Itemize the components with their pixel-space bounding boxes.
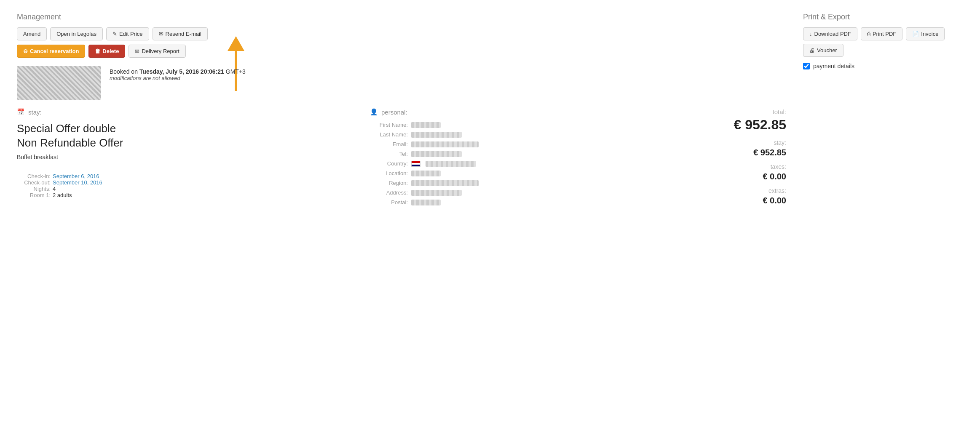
totals-section: total: € 952.85 stay: € 952.85 taxes: € …	[702, 108, 786, 211]
resend-email-button[interactable]: ✉ Resend E-mail	[153, 27, 208, 40]
extras-label: extras:	[702, 187, 786, 194]
person-icon: 👤	[370, 108, 378, 116]
flag-icon	[411, 161, 420, 167]
payment-details-row: payment details	[803, 63, 963, 69]
check-in-label: Check-in:	[17, 173, 51, 179]
management-buttons-row-2: ⊖ Cancel reservation 🗑 Delete ✉ Delivery…	[17, 45, 786, 58]
last-name-value	[411, 132, 462, 138]
booking-text: Booked on Tuesday, July 5, 2016 20:06:21…	[110, 66, 246, 81]
delete-button[interactable]: 🗑 Delete	[88, 45, 125, 58]
room-label: Room 1:	[17, 192, 51, 198]
amend-button[interactable]: Amend	[17, 27, 47, 40]
first-name-label: First Name:	[370, 122, 408, 128]
trash-icon: 🗑	[95, 48, 100, 54]
address-row: Address:	[370, 189, 702, 196]
stay-sub-label: stay:	[702, 139, 786, 146]
cancel-icon: ⊖	[23, 48, 28, 54]
management-title: Management	[17, 13, 786, 21]
postal-row: Postal:	[370, 199, 702, 205]
room-row: Room 1: 2 adults	[17, 192, 349, 198]
check-out-value: September 10, 2016	[53, 179, 102, 186]
calendar-icon: 📅	[17, 108, 25, 116]
location-label: Location:	[370, 170, 408, 176]
total-value: € 952.85	[702, 117, 786, 133]
management-section: Management Amend Open in Legolas ✎ Edit …	[17, 13, 786, 211]
payment-details-checkbox[interactable]	[803, 63, 810, 69]
tel-label: Tel:	[370, 151, 408, 157]
document-icon: 📄	[912, 31, 919, 37]
envelope-icon: ✉	[135, 48, 139, 54]
booking-thumbnail	[17, 66, 101, 100]
stay-section-label: 📅 stay:	[17, 108, 349, 116]
print-pdf-button[interactable]: ⎙ Print PDF	[861, 27, 902, 40]
last-name-row: Last Name:	[370, 131, 702, 138]
first-name-row: First Name:	[370, 122, 702, 128]
email-icon: ✉	[159, 31, 163, 37]
booking-modifications-note: modifications are not allowed	[110, 75, 246, 81]
address-value	[411, 190, 462, 196]
download-pdf-button[interactable]: ↓ Download PDF	[803, 27, 857, 40]
print-icon: ⎙	[867, 31, 870, 37]
address-label: Address:	[370, 189, 408, 196]
edit-price-button[interactable]: ✎ Edit Price	[106, 27, 149, 40]
delivery-report-button[interactable]: ✉ Delivery Report	[129, 45, 186, 58]
cancel-reservation-button[interactable]: ⊖ Cancel reservation	[17, 45, 85, 58]
payment-details-label[interactable]: payment details	[813, 63, 854, 69]
room-value: 2 adults	[53, 192, 72, 198]
room-name: Special Offer double Non Refundable Offe…	[17, 122, 349, 150]
check-in-value: September 6, 2016	[53, 173, 99, 179]
email-label: Email:	[370, 141, 408, 147]
tel-value	[411, 151, 462, 157]
last-name-label: Last Name:	[370, 131, 408, 138]
email-row: Email:	[370, 141, 702, 147]
meal-plan: Buffet breakfast	[17, 154, 349, 160]
taxes-value: € 0.00	[702, 172, 786, 181]
location-row: Location:	[370, 170, 702, 176]
stay-section: 📅 stay: Special Offer double Non Refunda…	[17, 108, 361, 211]
check-out-row: Check-out: September 10, 2016	[17, 179, 349, 186]
booking-info-row: Booked on Tuesday, July 5, 2016 20:06:21…	[17, 66, 786, 100]
check-in-row: Check-in: September 6, 2016	[17, 173, 349, 179]
taxes-label: taxes:	[702, 163, 786, 170]
content-area: 📅 stay: Special Offer double Non Refunda…	[17, 108, 786, 211]
check-out-label: Check-out:	[17, 179, 51, 186]
booking-date: Booked on Tuesday, July 5, 2016 20:06:21…	[110, 68, 246, 75]
edit-icon: ✎	[112, 31, 117, 37]
print-export-section: Print & Export ↓ Download PDF ⎙ Print PD…	[803, 13, 963, 211]
invoice-button[interactable]: 📄 Invoice	[906, 27, 945, 40]
country-label: Country:	[370, 160, 408, 167]
country-value	[426, 161, 476, 167]
open-in-legolas-button[interactable]: Open in Legolas	[50, 27, 103, 40]
region-label: Region:	[370, 180, 408, 186]
print-export-buttons: ↓ Download PDF ⎙ Print PDF 📄 Invoice 🖨 V…	[803, 27, 963, 57]
extras-value: € 0.00	[702, 196, 786, 205]
region-row: Region:	[370, 180, 702, 186]
postal-value	[411, 200, 441, 205]
nights-row: Nights: 4	[17, 186, 349, 192]
voucher-button[interactable]: 🖨 Voucher	[803, 44, 843, 57]
personal-section-label: 👤 personal:	[370, 108, 702, 116]
print-export-title: Print & Export	[803, 13, 963, 21]
stay-sub-value: € 952.85	[702, 148, 786, 157]
total-label: total:	[702, 108, 786, 115]
printer-icon: 🖨	[809, 47, 815, 53]
download-icon: ↓	[809, 31, 812, 37]
country-row: Country:	[370, 160, 702, 167]
nights-value: 4	[53, 186, 56, 192]
personal-section: 👤 personal: First Name: Last Name: Email…	[361, 108, 702, 211]
region-value	[411, 180, 479, 186]
first-name-value	[411, 122, 441, 128]
management-buttons-row-1: Amend Open in Legolas ✎ Edit Price ✉ Res…	[17, 27, 786, 40]
email-value	[411, 141, 479, 147]
nights-label: Nights:	[17, 186, 51, 192]
tel-row: Tel:	[370, 151, 702, 157]
postal-label: Postal:	[370, 199, 408, 205]
location-value	[411, 171, 441, 176]
